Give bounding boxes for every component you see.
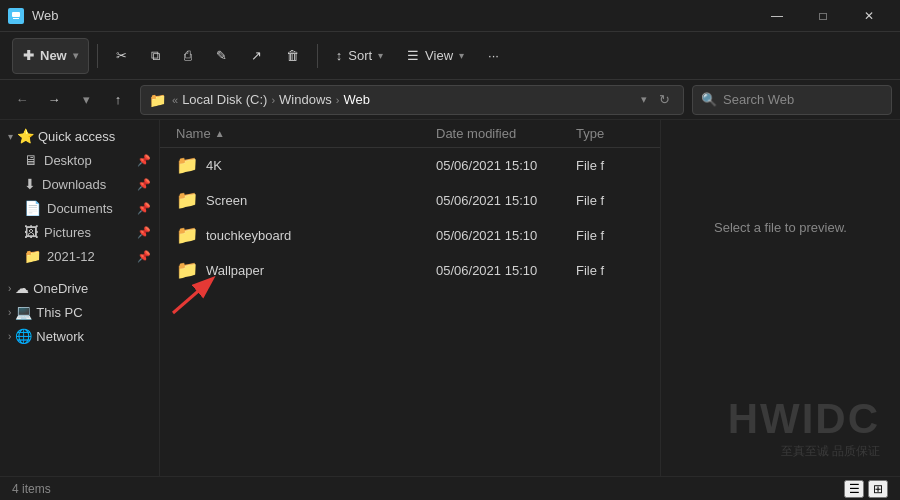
file-type: File f xyxy=(576,193,604,208)
delete-button[interactable]: 🗑 xyxy=(276,38,309,74)
cut-icon: ✂ xyxy=(116,48,127,63)
table-row[interactable]: 📁 4K 05/06/2021 15:10 File f xyxy=(160,148,660,183)
minimize-button[interactable]: — xyxy=(754,0,800,32)
back-button[interactable]: ← xyxy=(8,86,36,114)
documents-pin-icon: 📌 xyxy=(137,202,151,215)
col-date-label: Date modified xyxy=(436,126,516,141)
list-view-button[interactable]: ☰ xyxy=(844,480,864,498)
close-button[interactable]: ✕ xyxy=(846,0,892,32)
paste-icon: ⎙ xyxy=(184,48,192,63)
quick-access-chevron: ▾ xyxy=(8,131,13,142)
preview-placeholder-text: Select a file to preview. xyxy=(714,220,847,235)
up-icon: ↑ xyxy=(115,92,122,107)
table-row[interactable]: 📁 Wallpaper 05/06/2021 15:10 File f xyxy=(160,253,660,288)
onedrive-header[interactable]: › ☁ OneDrive xyxy=(0,276,159,300)
sort-button[interactable]: ↕ Sort ▾ xyxy=(326,38,393,74)
svg-rect-1 xyxy=(12,12,20,17)
thispc-header[interactable]: › 💻 This PC xyxy=(0,300,159,324)
desktop-pin-icon: 📌 xyxy=(137,154,151,167)
downloads-icon: ⬇ xyxy=(24,176,36,192)
forward-button[interactable]: → xyxy=(40,86,68,114)
hwidc-tagline-text: 至真至诚 品质保证 xyxy=(728,443,880,460)
desktop-icon: 🖥 xyxy=(24,152,38,168)
maximize-button[interactable]: □ xyxy=(800,0,846,32)
down-icon: ▾ xyxy=(83,92,90,107)
search-bar[interactable]: 🔍 Search Web xyxy=(692,85,892,115)
onedrive-chevron: › xyxy=(8,283,11,294)
sidebar-item-desktop[interactable]: 🖥 Desktop 📌 xyxy=(0,148,159,172)
title-bar: Web — □ ✕ xyxy=(0,0,900,32)
breadcrumb: « Local Disk (C:) › Windows › Web xyxy=(172,92,635,107)
sidebar-item-pictures-label: Pictures xyxy=(44,225,91,240)
path-sep-0: « xyxy=(172,94,178,106)
search-icon: 🔍 xyxy=(701,92,717,107)
separator-2 xyxy=(317,44,318,68)
grid-view-button[interactable]: ⊞ xyxy=(868,480,888,498)
downloads-pin-icon: 📌 xyxy=(137,178,151,191)
file-date: 05/06/2021 15:10 xyxy=(436,228,537,243)
recent-button[interactable]: ▾ xyxy=(72,86,100,114)
search-placeholder: Search Web xyxy=(723,92,794,107)
col-type-label: Type xyxy=(576,126,604,141)
sidebar-item-documents[interactable]: 📄 Documents 📌 xyxy=(0,196,159,220)
copy-icon: ⧉ xyxy=(151,48,160,64)
view-icon: ☰ xyxy=(407,48,419,63)
folder-icon: 📁 xyxy=(176,154,198,176)
view-label: View xyxy=(425,48,453,63)
sidebar-item-pictures[interactable]: 🖼 Pictures 📌 xyxy=(0,220,159,244)
more-button[interactable]: ··· xyxy=(478,38,509,74)
share-button[interactable]: ↗ xyxy=(241,38,272,74)
sidebar-item-2021-12[interactable]: 📁 2021-12 📌 xyxy=(0,244,159,268)
file-name: touchkeyboard xyxy=(206,228,291,243)
watermark: HWIDC 至真至诚 品质保证 xyxy=(728,395,880,460)
new-chevron-icon: ▾ xyxy=(73,50,78,61)
share-icon: ↗ xyxy=(251,48,262,63)
back-icon: ← xyxy=(16,92,29,107)
folder-icon: 📁 xyxy=(176,224,198,246)
sidebar: ▾ ⭐ Quick access 🖥 Desktop 📌 ⬇ Downloads… xyxy=(0,120,160,476)
col-sort-icon: ▲ xyxy=(215,128,225,139)
file-date: 05/06/2021 15:10 xyxy=(436,158,537,173)
up-button[interactable]: ↑ xyxy=(104,86,132,114)
file-area: Name ▲ Date modified Type 📁 4K 05/06/202… xyxy=(160,120,660,476)
path-part-2: Web xyxy=(343,92,370,107)
status-bar: 4 items ☰ ⊞ xyxy=(0,476,900,500)
app-icon xyxy=(8,8,24,24)
file-name: Wallpaper xyxy=(206,263,264,278)
paste-button[interactable]: ⎙ xyxy=(174,38,202,74)
table-row[interactable]: 📁 Screen 05/06/2021 15:10 File f xyxy=(160,183,660,218)
rename-button[interactable]: ✎ xyxy=(206,38,237,74)
file-date: 05/06/2021 15:10 xyxy=(436,263,537,278)
network-chevron: › xyxy=(8,331,11,342)
table-row[interactable]: 📁 touchkeyboard 05/06/2021 15:10 File f xyxy=(160,218,660,253)
view-button[interactable]: ☰ View ▾ xyxy=(397,38,474,74)
path-arrow-2: › xyxy=(336,94,340,106)
onedrive-label: OneDrive xyxy=(33,281,88,296)
path-part-0: Local Disk (C:) xyxy=(182,92,267,107)
path-part-1: Windows xyxy=(279,92,332,107)
network-header[interactable]: › 🌐 Network xyxy=(0,324,159,348)
sidebar-item-documents-label: Documents xyxy=(47,201,113,216)
col-name-label: Name xyxy=(176,126,211,141)
copy-button[interactable]: ⧉ xyxy=(141,38,170,74)
delete-icon: 🗑 xyxy=(286,48,299,63)
file-date: 05/06/2021 15:10 xyxy=(436,193,537,208)
new-button[interactable]: ✚ New ▾ xyxy=(12,38,89,74)
sidebar-item-2021-label: 2021-12 xyxy=(47,249,95,264)
cut-button[interactable]: ✂ xyxy=(106,38,137,74)
path-arrow-1: › xyxy=(271,94,275,106)
toolbar: ✚ New ▾ ✂ ⧉ ⎙ ✎ ↗ 🗑 ↕ Sort ▾ ☰ View ▾ ··… xyxy=(0,32,900,80)
file-type: File f xyxy=(576,263,604,278)
sidebar-item-downloads[interactable]: ⬇ Downloads 📌 xyxy=(0,172,159,196)
quick-access-header[interactable]: ▾ ⭐ Quick access xyxy=(0,124,159,148)
file-type: File f xyxy=(576,158,604,173)
address-bar[interactable]: 📁 « Local Disk (C:) › Windows › Web ▾ ↻ xyxy=(140,85,684,115)
network-label: Network xyxy=(36,329,84,344)
separator-1 xyxy=(97,44,98,68)
file-list-header: Name ▲ Date modified Type xyxy=(160,120,660,148)
refresh-icon[interactable]: ↻ xyxy=(653,89,675,111)
network-icon: 🌐 xyxy=(15,328,32,344)
onedrive-icon: ☁ xyxy=(15,280,29,296)
address-chevron-icon[interactable]: ▾ xyxy=(641,93,647,106)
sort-chevron-icon: ▾ xyxy=(378,50,383,61)
